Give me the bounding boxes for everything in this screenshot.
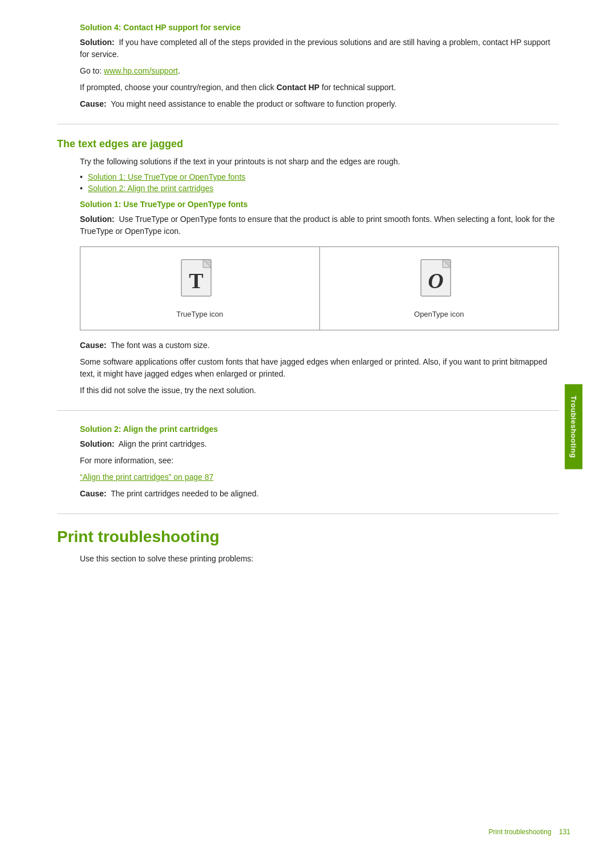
- solution4-cause: Cause: You might need assistance to enab…: [80, 98, 559, 110]
- divider3: [57, 514, 559, 514]
- solution2-more-info: For more information, see:: [80, 455, 559, 467]
- truetype-label: TrueType icon: [176, 310, 223, 318]
- opentype-cell: O OpenType icon: [319, 247, 559, 330]
- solution2-title: Solution 2: Align the print cartridges: [80, 425, 559, 434]
- jagged-intro: Try the following solutions if the text …: [80, 156, 559, 168]
- solution4-goto: Go to: www.hp.com/support.: [80, 65, 559, 77]
- solution4-block: Solution 4: Contact HP support for servi…: [57, 23, 559, 110]
- jagged-section-title: The text edges are jagged: [57, 138, 559, 150]
- jagged-section: The text edges are jagged Try the follow…: [57, 138, 559, 397]
- solution4-link[interactable]: www.hp.com/support: [104, 66, 178, 75]
- opentype-icon: O: [416, 258, 462, 304]
- jagged-links-list: Solution 1: Use TrueType or OpenType fon…: [80, 172, 559, 193]
- svg-text:O: O: [428, 269, 443, 293]
- list-item: Solution 1: Use TrueType or OpenType fon…: [80, 172, 559, 181]
- solution1-body2: If this did not solve the issue, try the…: [80, 385, 559, 397]
- solution1-cause: Cause: The font was a custom size.: [80, 339, 559, 351]
- solution1-block: Solution 1: Use TrueType or OpenType fon…: [80, 200, 559, 397]
- sidebar-tab: Troubleshooting: [565, 384, 582, 469]
- page-number: 131: [559, 828, 570, 836]
- font-icon-table: T TrueType icon: [80, 246, 559, 330]
- opentype-label: OpenType icon: [414, 310, 464, 318]
- solution4-title: Solution 4: Contact HP support for servi…: [80, 23, 559, 32]
- solution2-link[interactable]: Solution 2: Align the print cartridges: [88, 184, 213, 193]
- divider1: [57, 124, 559, 124]
- solution4-prompted: If prompted, choose your country/region,…: [80, 82, 559, 94]
- solution1-solution-text: Solution: Use TrueType or OpenType fonts…: [80, 213, 559, 237]
- solution1-title: Solution 1: Use TrueType or OpenType fon…: [80, 200, 559, 209]
- solution1-solution-label: Solution:: [80, 215, 115, 224]
- list-item: Solution 2: Align the print cartridges: [80, 184, 559, 193]
- solution2-cause: Cause: The print cartridges needed to be…: [80, 488, 559, 500]
- footer-left: Print troubleshooting: [489, 828, 552, 836]
- solution4-solution-text: Solution: If you have completed all of t…: [80, 37, 559, 60]
- page-footer: Print troubleshooting 131: [489, 828, 570, 836]
- print-troubleshooting-title: Print troubleshooting: [57, 528, 559, 546]
- solution4-solution-label: Solution:: [80, 38, 115, 47]
- solution1-body1: Some software applications offer custom …: [80, 356, 559, 380]
- print-troubleshooting-section: Print troubleshooting Use this section t…: [57, 528, 559, 565]
- solution1-link[interactable]: Solution 1: Use TrueType or OpenType fon…: [88, 172, 245, 181]
- divider2: [57, 410, 559, 411]
- solution2-solution-text: Solution: Align the print cartridges.: [80, 438, 559, 450]
- solution2-link-text: “Align the print cartridges” on page 87: [80, 471, 559, 483]
- truetype-cell: T TrueType icon: [80, 247, 320, 330]
- align-cartridges-link[interactable]: “Align the print cartridges” on page 87: [80, 472, 213, 482]
- solution2-block: Solution 2: Align the print cartridges S…: [80, 425, 559, 500]
- svg-text:T: T: [189, 269, 204, 293]
- print-troubleshooting-intro: Use this section to solve these printing…: [80, 553, 559, 565]
- truetype-icon: T: [177, 258, 222, 304]
